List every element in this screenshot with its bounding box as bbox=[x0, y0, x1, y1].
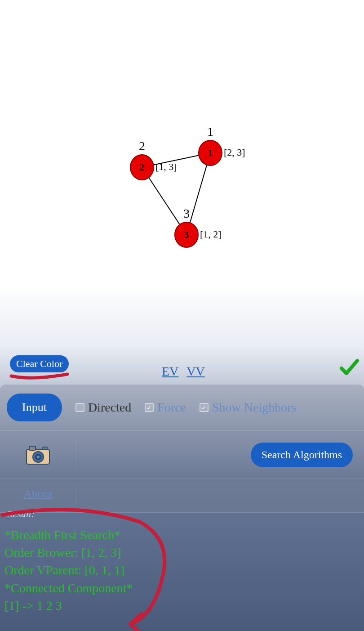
graph-svg: 11[2, 3]22[1, 3]33[1, 2] bbox=[0, 0, 364, 351]
directed-label: Directed bbox=[88, 400, 131, 415]
graph-node[interactable]: 11[2, 3] bbox=[199, 125, 245, 166]
vv-link[interactable]: VV bbox=[186, 364, 204, 379]
camera-icon[interactable] bbox=[26, 445, 50, 465]
checkbox-icon bbox=[75, 403, 84, 412]
svg-rect-5 bbox=[43, 447, 47, 450]
node-neighbors-label: [1, 2] bbox=[200, 228, 222, 240]
node-inner-label: 1 bbox=[208, 148, 213, 158]
node-outer-label: 2 bbox=[139, 139, 145, 153]
result-line: Order Brower: [1, 2, 3] bbox=[4, 544, 360, 561]
svg-point-8 bbox=[37, 456, 40, 458]
node-neighbors-label: [1, 3] bbox=[155, 161, 177, 172]
panel-row-options: Input Directed Force Show Neighbors bbox=[0, 385, 364, 431]
node-inner-label: 2 bbox=[140, 162, 144, 172]
graph-node[interactable]: 33[1, 2] bbox=[175, 206, 222, 247]
result-area: Result: *Breadth First Search*Order Brow… bbox=[0, 508, 364, 614]
result-label: Result: bbox=[4, 508, 360, 520]
checkbox-icon bbox=[200, 403, 209, 412]
search-algorithms-button[interactable]: Search Algorithms bbox=[251, 443, 353, 467]
ev-link[interactable]: EV bbox=[162, 364, 178, 379]
result-line: *Breadth First Search* bbox=[4, 526, 360, 544]
result-line: *Connected Component* bbox=[4, 579, 360, 597]
clear-color-button[interactable]: Clear Color bbox=[10, 355, 69, 372]
svg-rect-4 bbox=[29, 446, 36, 450]
ev-vv-links: EV VV bbox=[162, 364, 205, 379]
result-line: Order VParent: [0, 1, 1] bbox=[4, 561, 360, 579]
node-neighbors-label: [2, 3] bbox=[224, 147, 245, 158]
directed-checkbox[interactable]: Directed bbox=[75, 400, 131, 415]
annotation-underline bbox=[9, 372, 70, 381]
control-panel: Input Directed Force Show Neighbors Sear bbox=[0, 385, 364, 513]
about-link[interactable]: About bbox=[23, 487, 53, 500]
force-label: Force bbox=[157, 400, 186, 415]
panel-row-about: About bbox=[0, 479, 364, 513]
input-button[interactable]: Input bbox=[7, 394, 62, 421]
graph-canvas[interactable]: 11[2, 3]22[1, 3]33[1, 2] bbox=[0, 0, 364, 351]
camera-cell bbox=[0, 439, 76, 470]
node-inner-label: 3 bbox=[184, 230, 189, 240]
node-outer-label: 1 bbox=[207, 125, 213, 139]
force-checkbox[interactable]: Force bbox=[145, 400, 186, 415]
graph-node[interactable]: 22[1, 3] bbox=[130, 139, 177, 180]
panel-row-tools: Search Algorithms bbox=[0, 431, 364, 479]
node-outer-label: 3 bbox=[183, 206, 190, 220]
show-neighbors-label: Show Neighbors bbox=[212, 400, 296, 415]
result-output: *Breadth First Search*Order Brower: [1, … bbox=[4, 526, 360, 614]
result-line: [1] -> 1 2 3 bbox=[4, 597, 360, 614]
show-neighbors-checkbox[interactable]: Show Neighbors bbox=[200, 400, 296, 415]
check-icon[interactable] bbox=[339, 358, 360, 378]
checkbox-icon bbox=[145, 403, 154, 412]
